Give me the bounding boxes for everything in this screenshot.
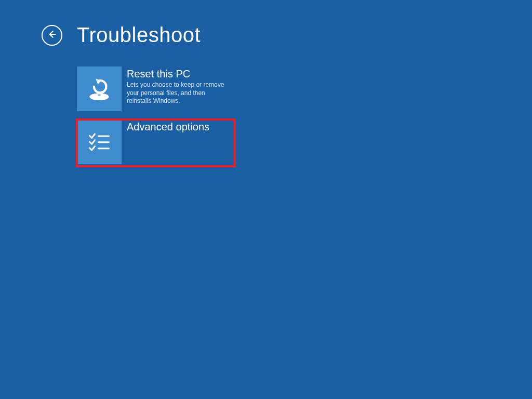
back-button[interactable] (42, 25, 62, 46)
reset-icon (77, 66, 122, 111)
tile-title: Reset this PC (127, 68, 231, 80)
tile-body: Advanced options (122, 119, 235, 164)
svg-point-1 (98, 94, 101, 96)
tile-description: Lets you choose to keep or remove your p… (127, 81, 231, 105)
page-header: Troubleshoot (42, 23, 201, 47)
tile-reset-this-pc[interactable]: Reset this PC Lets you choose to keep or… (77, 66, 235, 113)
tile-advanced-options[interactable]: Advanced options (77, 119, 235, 166)
back-arrow-icon (47, 29, 57, 42)
tile-body: Reset this PC Lets you choose to keep or… (122, 66, 235, 111)
page-title: Troubleshoot (77, 23, 201, 47)
tile-title: Advanced options (127, 121, 231, 133)
checklist-icon (77, 119, 122, 164)
option-tile-list: Reset this PC Lets you choose to keep or… (77, 66, 235, 172)
